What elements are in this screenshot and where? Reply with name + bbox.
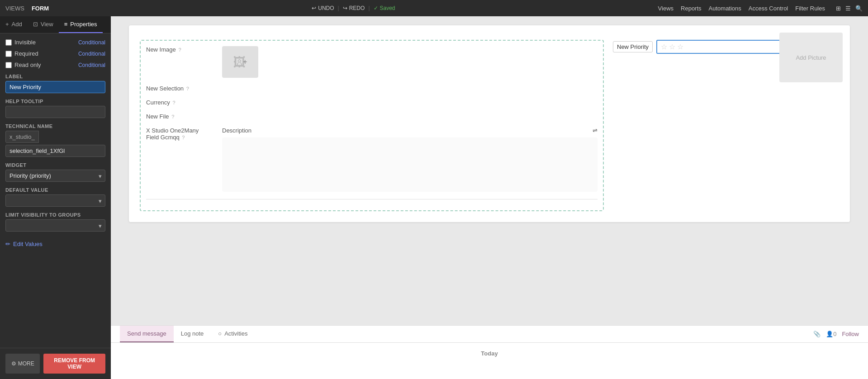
add-icon: + [5,21,9,28]
field-label-o2m: X Studio One2ManyField Gcmqq ? [146,127,218,141]
form-left-section: New Image ? 🖼 + [140,40,604,211]
default-value-section: Default value [5,187,105,207]
readonly-checkbox[interactable] [5,62,12,68]
required-conditional[interactable]: Conditional [78,51,105,57]
help-icon-image[interactable]: ? [178,47,181,52]
label-input[interactable] [5,81,105,93]
field-label-selection: New Selection ? [146,85,218,92]
image-placeholder[interactable]: 🖼 + [222,46,258,78]
nav-separator-2: | [368,5,370,11]
default-value-select[interactable] [5,194,105,207]
required-checkbox[interactable] [5,51,12,57]
message-toolbar-right: 📎 👤0 Follow [813,331,859,337]
form-divider [146,199,598,199]
field-value-o2m: Description ⇌ [222,127,598,192]
description-label: Description [222,127,251,134]
help-icon-currency[interactable]: ? [172,100,175,105]
automations-link[interactable]: Automations [709,5,741,12]
visibility-select[interactable] [5,219,105,232]
readonly-conditional[interactable]: Conditional [78,62,105,68]
main-layout: + Add ⊡ View ≡ Properties Invisible Cond… [0,16,868,379]
follow-button[interactable]: Follow [842,331,859,337]
form-main: New Image ? 🖼 + [140,40,839,211]
activities-icon: ○ [218,330,222,337]
attachment-icon[interactable]: 📎 [813,331,821,337]
invisible-conditional[interactable]: Conditional [78,39,105,46]
sidebar: + Add ⊡ View ≡ Properties Invisible Cond… [0,16,111,379]
undo-button[interactable]: UNDO [312,5,334,11]
add-picture-box[interactable]: Add Picture [779,33,843,82]
list-icon[interactable]: ☰ [845,5,851,12]
filter-rules-link[interactable]: Filter Rules [795,5,825,12]
search-icon[interactable]: 🔍 [855,5,863,12]
form-card: Add Picture New Image ? [129,25,850,222]
visibility-wrapper [5,219,105,232]
sidebar-footer: ⚙ MORE REMOVE FROM VIEW [0,348,111,379]
tab-add[interactable]: + Add [0,16,28,33]
redo-icon [343,5,347,11]
tech-name-row: x_studio_ [5,131,105,143]
bottom-area: Send message Log note ○ Activities 📎 👤0 … [111,325,868,379]
help-icon-file[interactable]: ? [171,114,174,119]
reports-link[interactable]: Reports [681,5,702,12]
readonly-row: Read only Conditional [5,62,105,68]
field-label-currency: Currency ? [146,99,218,106]
field-row-o2m: X Studio One2ManyField Gcmqq ? Descripti… [146,127,598,192]
grid-icon[interactable]: ⊞ [836,5,841,12]
form-view: Add Picture New Image ? [111,16,868,325]
star-3[interactable]: ☆ [677,43,683,51]
tab-log-note[interactable]: Log note [174,326,211,342]
field-row-currency: Currency ? [146,99,598,106]
visibility-section: Limit visibility to groups [5,212,105,232]
image-plus-icon: + [243,58,247,66]
redo-button[interactable]: REDO [343,5,365,11]
nav-right: Views Reports Automations Access Control… [658,5,863,12]
timeline-area: Today [111,343,868,379]
help-icon-selection[interactable]: ? [186,86,189,91]
required-row: Required Conditional [5,50,105,57]
message-tabs: Send message Log note ○ Activities 📎 👤0 … [111,326,868,343]
sidebar-tabs: + Add ⊡ View ≡ Properties [0,16,111,33]
tab-properties[interactable]: ≡ Properties [59,16,103,33]
description-area[interactable] [222,137,598,192]
top-right-icons: ⊞ ☰ 🔍 [836,5,863,12]
technical-name-input[interactable] [5,145,105,157]
check-icon [374,5,378,11]
nav-left: VIEWS FORM [5,5,49,12]
transfer-icon[interactable]: ⇌ [593,127,598,134]
nav-center: UNDO | REDO | Saved [312,5,395,11]
views-link[interactable]: Views [658,5,674,12]
priority-label-box: New Priority [613,41,653,52]
star-1[interactable]: ☆ [661,43,667,51]
tab-send-message[interactable]: Send message [120,326,174,342]
access-control-link[interactable]: Access Control [749,5,788,12]
tab-activities[interactable]: ○ Activities [211,326,255,342]
description-header: Description ⇌ [222,127,598,134]
invisible-label[interactable]: Invisible [5,39,36,46]
tooltip-input[interactable] [5,106,105,118]
views-nav-item[interactable]: VIEWS [5,5,24,12]
top-navigation: VIEWS FORM UNDO | REDO | Saved Views Rep… [0,0,868,16]
follower-icon[interactable]: 👤0 [826,331,836,337]
invisible-checkbox[interactable] [5,39,12,46]
more-button[interactable]: ⚙ MORE [5,354,40,374]
view-icon: ⊡ [33,21,38,28]
readonly-label[interactable]: Read only [5,62,41,68]
tab-view[interactable]: ⊡ View [28,16,59,33]
label-section: Label [5,74,105,93]
field-label-file: New File ? [146,113,218,120]
field-value-image: 🖼 + [222,46,598,78]
invisible-row: Invisible Conditional [5,39,105,46]
tooltip-section: Help Tooltip [5,99,105,118]
help-icon-o2m[interactable]: ? [182,135,185,140]
undo-icon [312,5,316,11]
required-label[interactable]: Required [5,50,38,57]
widget-select[interactable]: Priority (priority) Selection Radio Badg… [5,170,105,182]
nav-separator: | [338,5,339,11]
pencil-icon: ✏ [5,241,10,247]
edit-values-button[interactable]: ✏ Edit Values [5,239,105,249]
star-2[interactable]: ☆ [669,43,675,51]
widget-section: Widget Priority (priority) Selection Rad… [5,162,105,182]
form-nav-item[interactable]: FORM [32,5,49,12]
remove-from-view-button[interactable]: REMOVE FROM VIEW [43,354,105,374]
